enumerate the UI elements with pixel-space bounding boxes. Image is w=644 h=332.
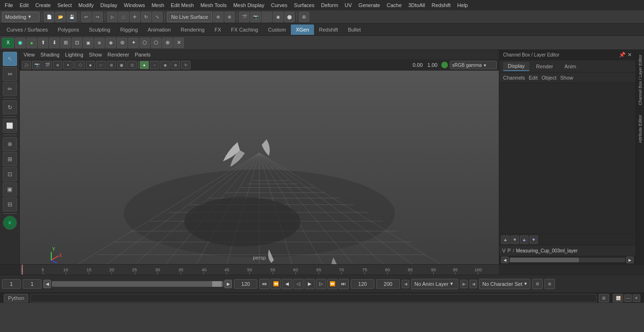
viewport[interactable]: View Shading Lighting Show Renderer Pane… bbox=[20, 50, 499, 264]
goto-end-btn[interactable]: ⏭ bbox=[339, 279, 349, 289]
layer-down-btn[interactable]: ▼ bbox=[511, 235, 519, 244]
play-fwd-btn[interactable]: ▶ bbox=[305, 279, 315, 289]
total-end-input[interactable]: 200 bbox=[376, 279, 400, 289]
lasso-btn[interactable]: ◌ bbox=[118, 12, 129, 22]
layer-down2-btn[interactable]: ▼ bbox=[529, 235, 538, 244]
status-input[interactable] bbox=[30, 294, 597, 302]
anim-layer-arrow2[interactable]: ▶ bbox=[460, 280, 468, 288]
menu-mesh[interactable]: Mesh bbox=[149, 1, 167, 9]
menu-mesh-tools[interactable]: Mesh Tools bbox=[198, 1, 229, 9]
ch-channels[interactable]: Channels bbox=[503, 75, 525, 81]
workspace-dropdown[interactable]: Modeling ▾ bbox=[2, 12, 40, 22]
viewport-menu-show[interactable]: Show bbox=[89, 52, 102, 57]
xgen-btn8[interactable]: ▣ bbox=[83, 38, 93, 48]
vp-cam-btn1[interactable]: 🎥 bbox=[22, 61, 31, 69]
xgen-btn10[interactable]: ◈ bbox=[106, 38, 116, 48]
xgen-btn13[interactable]: ⬡ bbox=[140, 38, 150, 48]
new-file-btn[interactable]: 📄 bbox=[44, 12, 54, 22]
menu-modify[interactable]: Modify bbox=[75, 1, 96, 9]
vp-display-btn4[interactable]: ⊞ bbox=[107, 61, 116, 69]
redo-btn[interactable]: ↪ bbox=[92, 12, 103, 22]
tab-fx-caching[interactable]: FX Caching bbox=[226, 24, 263, 35]
menu-uv[interactable]: UV bbox=[342, 1, 355, 9]
char-set-dropdown[interactable]: No Character Set ▾ bbox=[479, 279, 530, 289]
xgen-btn16[interactable]: ✕ bbox=[173, 38, 184, 48]
menu-deform[interactable]: Deform bbox=[318, 1, 341, 9]
anim-layer-dropdown[interactable]: No Anim Layer ▾ bbox=[411, 279, 458, 289]
char-set-settings-btn[interactable]: ⚙ bbox=[532, 279, 543, 289]
scroll-right-btn[interactable]: ▶ bbox=[626, 257, 634, 263]
viewport-menu-panels[interactable]: Panels bbox=[135, 52, 151, 57]
snap-btn[interactable]: ⊕ bbox=[224, 12, 235, 22]
viewport-3d[interactable]: X Y Z bbox=[20, 71, 499, 264]
vp-cam-btn3[interactable]: 🎬 bbox=[42, 61, 52, 69]
xgen-btn12[interactable]: ✦ bbox=[128, 38, 139, 48]
playback-end-input[interactable]: 120 bbox=[351, 279, 374, 289]
vp-cam-btn5[interactable]: ✦ bbox=[63, 61, 73, 69]
vp-display-btn6[interactable]: ⊡ bbox=[127, 61, 137, 69]
window-min-btn[interactable]: — bbox=[624, 294, 632, 302]
render5-btn[interactable]: ⬤ bbox=[284, 12, 295, 22]
move-btn[interactable]: ✛ bbox=[130, 12, 140, 22]
magnet-btn[interactable]: ⊛ bbox=[213, 12, 223, 22]
xgen-btn3[interactable]: ● bbox=[26, 38, 37, 48]
xgen-btn11[interactable]: ⊛ bbox=[117, 38, 127, 48]
minus-tool[interactable]: ⊟ bbox=[3, 197, 17, 211]
ch-edit[interactable]: Edit bbox=[528, 75, 537, 81]
menu-mesh-display[interactable]: Mesh Display bbox=[231, 1, 267, 9]
play-back-btn[interactable]: ◁ bbox=[293, 279, 304, 289]
menu-file[interactable]: File bbox=[2, 1, 16, 9]
tab-animation[interactable]: Animation bbox=[143, 24, 175, 35]
vp-cam-btn6[interactable] bbox=[74, 61, 74, 69]
right-panel-close-btn[interactable]: ✕ bbox=[627, 52, 632, 58]
tab-redshift[interactable]: Redshift bbox=[314, 24, 343, 35]
ch-show[interactable]: Show bbox=[560, 75, 573, 81]
char-set-extra-btn[interactable]: ⊕ bbox=[545, 279, 555, 289]
xgen-btn2[interactable]: ◉ bbox=[15, 38, 25, 48]
python-btn[interactable]: Python bbox=[4, 294, 28, 302]
xgen-btn1[interactable]: X bbox=[2, 38, 14, 48]
vp-shading-btn5[interactable]: ↻ bbox=[181, 61, 190, 69]
menu-redshift[interactable]: Redshift bbox=[429, 1, 453, 9]
vp-shading-btn4[interactable]: ⊛ bbox=[171, 61, 180, 69]
menu-help[interactable]: Help bbox=[454, 1, 471, 9]
xgen-icon-tool[interactable]: X bbox=[3, 216, 17, 230]
viewport-menu-renderer[interactable]: Renderer bbox=[107, 52, 129, 57]
menu-edit-mesh[interactable]: Edit Mesh bbox=[168, 1, 197, 9]
xgen-btn5[interactable]: ⬇ bbox=[49, 38, 59, 48]
vp-shading-btn2[interactable]: ○ bbox=[150, 61, 159, 69]
tab-rigging[interactable]: Rigging bbox=[116, 24, 142, 35]
vp-cam-btn4[interactable]: ⊕ bbox=[53, 61, 62, 69]
tab-xgen[interactable]: XGen bbox=[291, 24, 314, 35]
tab-rendering[interactable]: Rendering bbox=[176, 24, 209, 35]
tab-bullet[interactable]: Bullet bbox=[343, 24, 366, 35]
render2-btn[interactable]: 📷 bbox=[250, 12, 261, 22]
side-tab-attribute-editor[interactable]: Attribute Editor bbox=[637, 110, 644, 148]
tab-fx[interactable]: FX bbox=[210, 24, 226, 35]
rotate-btn[interactable]: ↻ bbox=[141, 12, 151, 22]
menu-generate[interactable]: Generate bbox=[355, 1, 383, 9]
layer-up2-btn[interactable]: ▲ bbox=[520, 235, 528, 244]
menu-edit[interactable]: Edit bbox=[17, 1, 32, 9]
box-tool[interactable]: ▣ bbox=[3, 182, 17, 196]
render4-btn[interactable]: ◉ bbox=[273, 12, 283, 22]
side-tab-channel-box[interactable]: Channel Box / Layer Editor bbox=[637, 50, 644, 110]
open-file-btn[interactable]: 📂 bbox=[55, 12, 66, 22]
prev-frame-btn[interactable]: ◀ bbox=[282, 279, 292, 289]
grid-tool2[interactable]: ⊡ bbox=[3, 167, 17, 181]
paint-tool[interactable]: ✏ bbox=[3, 82, 17, 96]
viewport-menu-shading[interactable]: Shading bbox=[41, 52, 59, 57]
vp-display-btn2[interactable]: ■ bbox=[86, 61, 95, 69]
menu-cache[interactable]: Cache bbox=[384, 1, 405, 9]
layer-up-btn[interactable]: ▲ bbox=[501, 235, 510, 244]
vp-cam-btn2[interactable]: 📷 bbox=[32, 61, 41, 69]
transform-tool[interactable]: ⇔ bbox=[3, 67, 17, 81]
multi-tool[interactable]: ⊞ bbox=[3, 152, 17, 166]
grid-btn[interactable]: ⊞ bbox=[299, 12, 309, 22]
char-set-arrow[interactable]: ◀ bbox=[470, 280, 477, 288]
layer-p-indicator[interactable]: P bbox=[507, 248, 511, 253]
xgen-btn9[interactable]: ⊗ bbox=[94, 38, 105, 48]
window-close-btn[interactable]: ✕ bbox=[633, 294, 640, 302]
scroll-left-btn[interactable]: ◀ bbox=[501, 257, 509, 263]
window-icon-btn[interactable]: 🪟 bbox=[613, 294, 623, 302]
